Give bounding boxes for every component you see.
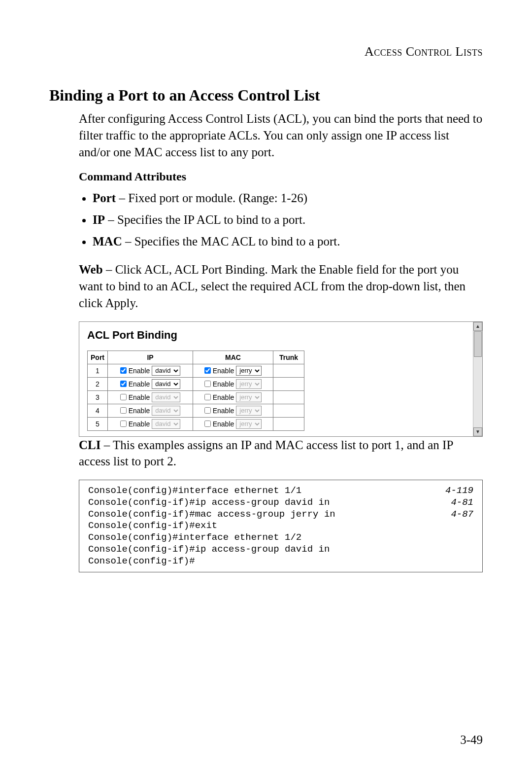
attr-desc: – Specifies the IP ACL to bind to a port…: [105, 213, 305, 226]
attr-term: MAC: [93, 235, 122, 248]
cli-text: – This examples assigns an IP and MAC ac…: [79, 438, 453, 468]
attr-term: Port: [93, 191, 116, 205]
panel-title: ACL Port Binding: [87, 329, 470, 342]
enable-label: Enable: [129, 367, 150, 375]
command-attributes-heading: Command Attributes: [79, 170, 483, 183]
ip-acl-select[interactable]: david: [152, 392, 180, 402]
list-item: IP – Specifies the IP ACL to bind to a p…: [93, 210, 483, 230]
mac-enable-checkbox[interactable]: [204, 381, 211, 387]
mac-enable-checkbox[interactable]: [204, 367, 211, 374]
table-row: 1EnabledavidEnablejerry: [88, 364, 304, 377]
mac-enable-checkbox[interactable]: [204, 394, 211, 400]
table-row: 4EnabledavidEnablejerry: [88, 404, 304, 417]
ip-enable-checkbox[interactable]: [120, 367, 127, 374]
table-row: 5EnabledavidEnablejerry: [88, 417, 304, 430]
ip-enable-checkbox[interactable]: [120, 381, 127, 387]
mac-acl-select[interactable]: jerry: [236, 406, 262, 416]
table-header-row: Port IP MAC Trunk: [88, 351, 304, 364]
page-number: 3-49: [460, 733, 483, 747]
port-cell: 1: [88, 364, 108, 377]
intro-paragraph: After configuring Access Control Lists (…: [79, 110, 483, 160]
ip-acl-select[interactable]: david: [152, 366, 180, 376]
scroll-down-button[interactable]: ▼: [473, 427, 482, 436]
ip-enable-checkbox[interactable]: [120, 394, 127, 400]
port-cell: 4: [88, 404, 108, 417]
ip-acl-select[interactable]: david: [152, 406, 180, 416]
list-item: MAC – Specifies the MAC ACL to bind to a…: [93, 232, 483, 251]
ip-cell: Enabledavid: [108, 404, 193, 417]
mac-cell: Enablejerry: [193, 417, 273, 430]
mac-cell: Enablejerry: [193, 377, 273, 390]
port-cell: 2: [88, 377, 108, 390]
trunk-cell: [273, 377, 304, 390]
enable-label: Enable: [213, 420, 234, 428]
web-paragraph: Web – Click ACL, ACL Port Binding. Mark …: [79, 261, 483, 311]
mac-acl-select[interactable]: jerry: [236, 392, 262, 402]
ip-enable-checkbox[interactable]: [120, 407, 127, 414]
enable-label: Enable: [129, 380, 150, 388]
mac-acl-select[interactable]: jerry: [236, 379, 262, 389]
enable-label: Enable: [213, 407, 234, 415]
enable-label: Enable: [129, 393, 150, 401]
scrollbar-thumb[interactable]: [474, 331, 482, 357]
list-item: Port – Fixed port or module. (Range: 1-2…: [93, 188, 483, 208]
port-cell: 3: [88, 390, 108, 404]
ip-acl-select[interactable]: david: [152, 379, 180, 389]
col-ip: IP: [108, 351, 193, 364]
col-mac: MAC: [193, 351, 273, 364]
enable-label: Enable: [129, 420, 150, 428]
scrollbar-track[interactable]: ▲ ▼: [473, 322, 482, 436]
port-cell: 5: [88, 417, 108, 430]
attr-desc: – Fixed port or module. (Range: 1-26): [116, 191, 307, 205]
col-trunk: Trunk: [273, 351, 304, 364]
running-header: Access Control Lists: [49, 44, 483, 59]
table-row: 2EnabledavidEnablejerry: [88, 377, 304, 390]
section-title: Binding a Port to an Access Control List: [49, 86, 483, 105]
mac-acl-select[interactable]: jerry: [236, 419, 262, 429]
mac-acl-select[interactable]: jerry: [236, 366, 262, 376]
enable-label: Enable: [213, 393, 234, 401]
ip-cell: Enabledavid: [108, 377, 193, 390]
attr-desc: – Specifies the MAC ACL to bind to a por…: [122, 235, 340, 248]
mac-cell: Enablejerry: [193, 390, 273, 404]
ip-cell: Enabledavid: [108, 390, 193, 404]
acl-table: Port IP MAC Trunk 1EnabledavidEnablejerr…: [87, 351, 304, 431]
web-lead: Web: [79, 263, 103, 276]
trunk-cell: [273, 417, 304, 430]
enable-label: Enable: [213, 380, 234, 388]
cli-lead: CLI: [79, 438, 100, 452]
trunk-cell: [273, 390, 304, 404]
ip-cell: Enabledavid: [108, 364, 193, 377]
scroll-up-button[interactable]: ▲: [473, 322, 482, 331]
trunk-cell: [273, 404, 304, 417]
ip-enable-checkbox[interactable]: [120, 421, 127, 427]
web-text: – Click ACL, ACL Port Binding. Mark the …: [79, 263, 466, 310]
acl-port-binding-panel: ▲ ▼ ACL Port Binding Port IP MAC Trunk 1…: [79, 321, 483, 437]
command-attributes-list: Port – Fixed port or module. (Range: 1-2…: [79, 188, 483, 251]
mac-cell: Enablejerry: [193, 364, 273, 377]
enable-label: Enable: [213, 367, 234, 375]
cli-block: 4-119Console(config)#interface ethernet …: [79, 480, 483, 572]
mac-enable-checkbox[interactable]: [204, 407, 211, 414]
ip-cell: Enabledavid: [108, 417, 193, 430]
trunk-cell: [273, 364, 304, 377]
enable-label: Enable: [129, 407, 150, 415]
table-row: 3EnabledavidEnablejerry: [88, 390, 304, 404]
ip-acl-select[interactable]: david: [152, 419, 180, 429]
col-port: Port: [88, 351, 108, 364]
cli-paragraph: CLI – This examples assigns an IP and MA…: [79, 437, 483, 470]
attr-term: IP: [93, 213, 105, 226]
mac-cell: Enablejerry: [193, 404, 273, 417]
mac-enable-checkbox[interactable]: [204, 421, 211, 427]
